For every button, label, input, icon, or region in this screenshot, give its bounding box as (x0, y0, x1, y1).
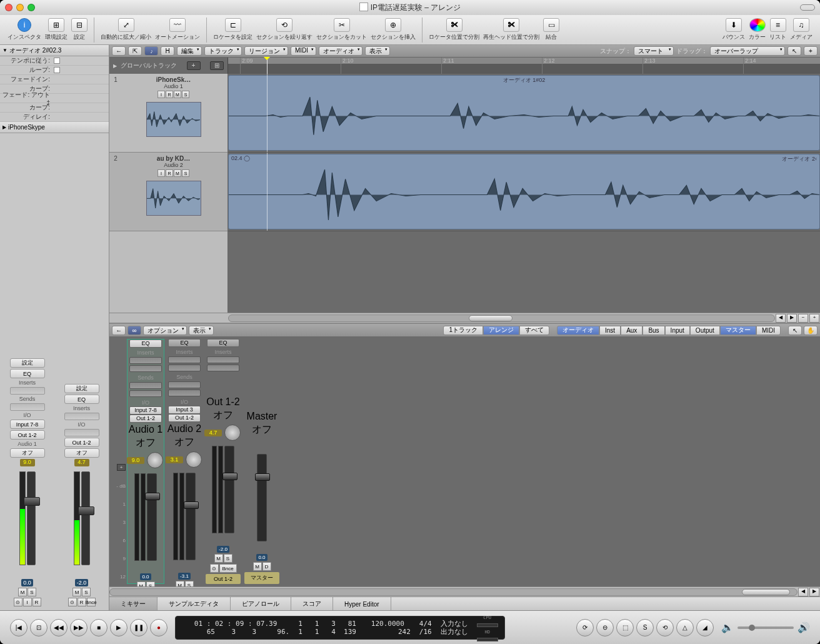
output-selector[interactable]: Out 1-2 (64, 438, 99, 447)
snap-select[interactable]: スマート (634, 46, 674, 56)
rewind-button[interactable]: ◀◀ (50, 619, 68, 636)
record-button[interactable]: R (166, 169, 173, 177)
pan-knob[interactable] (147, 452, 163, 468)
insert-slot[interactable] (129, 357, 162, 364)
play-button[interactable]: ▶ (110, 619, 128, 636)
h-button[interactable]: H (161, 46, 174, 56)
volume-slider[interactable]: 🔈 🔊 (721, 621, 810, 633)
input-selector[interactable]: Input 7-8 (129, 406, 162, 415)
crosshair-tool[interactable]: + (804, 46, 818, 56)
send-slot[interactable] (129, 382, 162, 389)
automation-mode[interactable]: オフ (64, 448, 99, 458)
add-strip-button[interactable]: + (117, 464, 126, 471)
seg-1track[interactable]: 1トラック (443, 326, 483, 335)
seg-input[interactable]: Input (665, 326, 690, 335)
back-button[interactable]: ← (112, 326, 126, 335)
drag-select[interactable]: オーバーラップ (710, 46, 785, 56)
follow-tempo-checkbox[interactable] (54, 58, 60, 64)
mute-button[interactable]: M (174, 169, 181, 177)
solo-button[interactable]: S (82, 588, 91, 596)
automation-mode[interactable]: オフ (136, 436, 156, 450)
send-slot[interactable] (10, 403, 45, 411)
scroll-left-button[interactable]: ◀ (776, 314, 786, 323)
volume-fader[interactable] (27, 471, 36, 565)
link-button[interactable]: ∞ (128, 326, 141, 335)
audio-region-2[interactable]: 02.4 ◯ オーディオ 2‹ (228, 154, 820, 229)
input-button[interactable]: I (158, 169, 165, 177)
mute-button[interactable]: M (72, 588, 81, 596)
lcd-display[interactable]: 01 : 02 : 09 : 07.39 65 3 3 96. 1 1 3 81… (175, 616, 505, 640)
link-button[interactable]: 𝆕 (144, 46, 158, 56)
strip-name[interactable]: Out 1-2 (206, 574, 241, 584)
insert-slot[interactable] (207, 356, 239, 363)
seg-master[interactable]: マスター (720, 326, 756, 335)
solo-button[interactable]: S (182, 169, 189, 177)
bounce-button[interactable]: ⬇バウンス (722, 18, 745, 41)
eq-button[interactable]: EQ (64, 395, 99, 404)
mute-button[interactable]: M (253, 562, 262, 571)
monitor-button[interactable]: ⊙ (210, 564, 219, 573)
edit-menu[interactable]: 編集 (177, 46, 202, 56)
eq-button[interactable]: EQ (168, 339, 201, 347)
tab-mixer[interactable]: ミキサー (109, 597, 158, 611)
pause-button[interactable]: ❚❚ (130, 619, 148, 636)
tab-piano-roll[interactable]: ピアノロール (231, 597, 291, 611)
back-button[interactable]: ← (112, 46, 126, 56)
dim-button[interactable]: D (262, 562, 271, 571)
mute-button[interactable]: M (214, 554, 223, 563)
option-menu[interactable]: オプション (143, 326, 187, 335)
input-selector[interactable]: Input 3 (168, 406, 201, 414)
zoom-in-button[interactable]: + (809, 314, 819, 323)
mixer-strip-3[interactable]: EQ Inserts Out 1-2 オフ 4.7 -2.0 MS ⊙Bnce … (204, 339, 242, 584)
pan-knob[interactable] (186, 451, 202, 468)
monitor-button[interactable]: ⊙ (68, 598, 77, 606)
hand-tool[interactable]: ✋ (804, 326, 818, 335)
merge-button[interactable]: ▭結合 (543, 18, 559, 41)
seg-midi[interactable]: MIDI (756, 326, 781, 335)
click-button[interactable]: △ (676, 619, 694, 636)
insert-slot[interactable] (207, 365, 239, 371)
volume-fader[interactable] (81, 471, 90, 565)
solo-button[interactable]: S (224, 554, 232, 563)
record-button[interactable]: R (78, 598, 86, 606)
master-vol-button[interactable]: ◢ (696, 619, 714, 636)
repeat-section-button[interactable]: ⟲セクションを繰り返す (256, 18, 312, 41)
goto-start-button[interactable]: |◀ (10, 619, 28, 636)
track-menu[interactable]: トラック (204, 46, 242, 56)
settings-button[interactable]: 設定 (64, 384, 99, 393)
cut-section-button[interactable]: ✂セクションをカット (316, 18, 367, 41)
scroll-right-button[interactable]: ▶ (787, 314, 797, 323)
replace-button[interactable]: ⊖ (596, 619, 614, 636)
autopunch-button[interactable]: ⬚ (616, 619, 634, 636)
automation-button[interactable]: 〰オートメーション (155, 18, 200, 41)
autozoom-button[interactable]: ⤢自動的に拡大／縮小 (101, 18, 151, 41)
volume-fader[interactable] (257, 454, 267, 541)
ruler[interactable]: 2:09 2:10 2:11 2:12 2:13 2:14 (228, 58, 820, 74)
seg-inst[interactable]: Inst (599, 326, 621, 335)
pointer-tool[interactable]: ↖ (788, 326, 802, 335)
solo-button[interactable]: S (185, 581, 194, 586)
mute-button[interactable]: M (137, 581, 146, 586)
view-menu[interactable]: 表示 (365, 46, 390, 56)
input-button[interactable]: I (23, 598, 32, 606)
insert-slot[interactable] (168, 356, 201, 363)
mixer-strip-1[interactable]: EQ Inserts Sends I/O Input 7-8 Out 1-2 A… (127, 339, 164, 584)
io-slot[interactable] (64, 429, 99, 436)
solo-button[interactable]: S (636, 619, 654, 636)
audio-region-1[interactable]: オーディオ 1#02 (228, 75, 820, 151)
send-slot[interactable] (168, 390, 201, 396)
solo-button[interactable]: S (146, 581, 155, 586)
zoom-out-button[interactable]: − (798, 314, 808, 323)
track-lane-1[interactable]: オーディオ 1#02 (228, 74, 820, 153)
seg-audio[interactable]: オーディオ (557, 326, 599, 335)
track-lane-2[interactable]: 02.4 ◯ オーディオ 2‹ (228, 153, 820, 231)
loop-checkbox[interactable] (54, 67, 60, 73)
insert-slot[interactable] (168, 365, 201, 371)
inspector-button[interactable]: iインスペクタ (8, 18, 41, 41)
horizontal-scrollbar[interactable]: ◀ ▶ − + (109, 313, 820, 323)
inspector-track-header[interactable]: iPhoneSkype (8, 124, 45, 131)
insert-section-button[interactable]: ⊕セクションを挿入 (371, 18, 416, 41)
send-slot[interactable] (129, 390, 162, 397)
catch-button[interactable]: ⇱ (128, 46, 142, 56)
seg-aux[interactable]: Aux (621, 326, 642, 335)
